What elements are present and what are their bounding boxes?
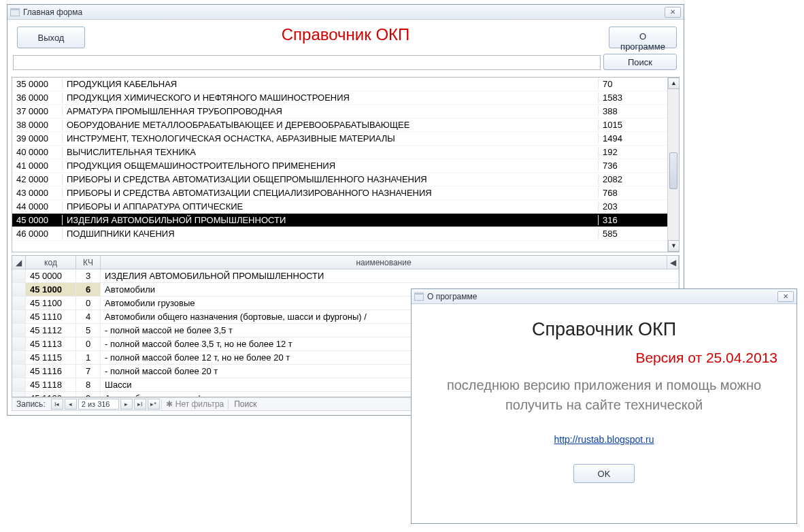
row-marker[interactable] [12, 297, 26, 310]
search-button[interactable]: Поиск [603, 54, 677, 70]
category-name: ПРИБОРЫ И АППАРАТУРА ОПТИЧЕСКИЕ [63, 201, 598, 212]
row-marker[interactable] [12, 378, 26, 391]
category-name: ПРОДУКЦИЯ ОБЩЕМАШИНОСТРОИТЕЛЬНОГО ПРИМЕН… [63, 161, 598, 171]
cell-code: 45 1116 [26, 365, 76, 378]
page-title: Справочник ОКП [10, 25, 681, 44]
cell-kch: 3 [76, 269, 101, 282]
category-list[interactable]: 35 0000ПРОДУКЦИЯ КАБЕЛЬНАЯ7036 0000ПРОДУ… [12, 77, 680, 252]
scroll-down-icon[interactable]: ▼ [668, 240, 680, 252]
about-button[interactable]: О программе [609, 27, 677, 48]
cell-code: 45 1113 [26, 337, 76, 350]
category-row[interactable]: 36 0000ПРОДУКЦИЯ ХИМИЧЕСКОГО И НЕФТЯНОГО… [12, 91, 667, 105]
about-titlebar[interactable]: О программе ✕ [412, 289, 797, 304]
header-name[interactable]: наименование [101, 256, 667, 269]
category-code: 38 0000 [12, 120, 63, 130]
nav-search[interactable] [230, 399, 339, 409]
nav-last-icon[interactable]: ▸I [134, 399, 146, 410]
category-count: 192 [598, 147, 667, 157]
cell-code: 45 1115 [26, 351, 76, 364]
nav-next-icon[interactable]: ▸ [120, 399, 133, 410]
scroll-thumb[interactable] [669, 152, 677, 189]
row-marker[interactable] [12, 392, 26, 397]
form-icon [10, 8, 20, 16]
about-version: Версия от 25.04.2013 [635, 350, 777, 366]
category-name: ПРОДУКЦИЯ КАБЕЛЬНАЯ [63, 79, 598, 89]
row-marker[interactable] [12, 269, 26, 282]
cell-kch: 0 [76, 297, 101, 310]
category-name: ПОДШИПНИКИ КАЧЕНИЯ [63, 229, 598, 239]
row-marker[interactable] [12, 324, 26, 337]
cell-kch: 9 [76, 392, 101, 397]
category-code: 40 0000 [12, 147, 63, 157]
cell-kch: 4 [76, 310, 101, 323]
category-row[interactable]: 42 0000ПРИБОРЫ И СРЕДСТВА АВТОМАТИЗАЦИИ … [12, 173, 667, 186]
row-marker[interactable] [12, 365, 26, 378]
cell-code: 45 1112 [26, 324, 76, 337]
category-count: 736 [598, 161, 667, 171]
category-code: 39 0000 [12, 133, 63, 144]
main-titlebar[interactable]: Главная форма ✕ [7, 5, 684, 20]
cell-code: 45 1110 [26, 310, 76, 323]
category-code: 46 0000 [12, 229, 63, 239]
nav-first-icon[interactable]: I◂ [51, 399, 63, 410]
scroll-up-icon[interactable]: ▲ [668, 78, 680, 89]
category-name: ИНСТРУМЕНТ, ТЕХНОЛОГИЧЕСКАЯ ОСНАСТКА, АБ… [63, 133, 598, 144]
category-count: 203 [598, 201, 667, 212]
scroll-left-icon[interactable]: ◀ [667, 256, 679, 269]
row-marker[interactable] [12, 310, 26, 323]
category-row[interactable]: 44 0000ПРИБОРЫ И АППАРАТУРА ОПТИЧЕСКИЕ20… [12, 200, 667, 214]
category-count: 1583 [598, 93, 667, 103]
grid-header: ◢ код КЧ наименование ◀ [12, 256, 679, 269]
nav-search-input[interactable] [234, 399, 316, 409]
table-row[interactable]: 45 00003ИЗДЕЛИЯ АВТОМОБИЛЬНОЙ ПРОМЫШЛЕНН… [12, 269, 679, 283]
category-name: ПРОДУКЦИЯ ХИМИЧЕСКОГО И НЕФТЯНОГО МАШИНО… [63, 93, 598, 103]
category-code: 44 0000 [12, 201, 63, 212]
cell-kch: 1 [76, 351, 101, 364]
row-marker[interactable] [12, 351, 26, 364]
form-icon [414, 293, 424, 301]
filter-indicator[interactable]: ✱ Нет фильтра [161, 399, 229, 409]
category-count: 1494 [598, 133, 667, 144]
close-icon[interactable]: ✕ [777, 291, 794, 302]
category-row[interactable]: 43 0000ПРИБОРЫ И СРЕДСТВА АВТОМАТИЗАЦИИ … [12, 186, 667, 200]
category-count: 1015 [598, 120, 667, 130]
ok-button[interactable]: OK [573, 464, 635, 483]
category-row[interactable]: 40 0000ВЫЧИСЛИТЕЛЬНАЯ ТЕХНИКА192 [12, 146, 667, 159]
cell-name: ИЗДЕЛИЯ АВТОМОБИЛЬНОЙ ПРОМЫШЛЕННОСТИ [101, 269, 679, 282]
vscrollbar[interactable]: ▲ ▼ [667, 78, 679, 252]
about-link[interactable]: http://rustab.blogspot.ru [554, 434, 654, 445]
svg-rect-3 [414, 293, 424, 295]
search-input[interactable] [13, 55, 601, 70]
category-row[interactable]: 38 0000ОБОРУДОВАНИЕ МЕТАЛЛООБРАБАТЫВАЮЩЕ… [12, 118, 667, 132]
category-row[interactable]: 41 0000ПРОДУКЦИЯ ОБЩЕМАШИНОСТРОИТЕЛЬНОГО… [12, 159, 667, 173]
category-count: 585 [598, 229, 667, 239]
category-name: ПРИБОРЫ И СРЕДСТВА АВТОМАТИЗАЦИИ ОБЩЕПРО… [63, 174, 598, 184]
header-code[interactable]: код [26, 256, 76, 269]
nav-new-icon[interactable]: ▸* [148, 399, 160, 410]
close-icon[interactable]: ✕ [665, 7, 681, 18]
category-row[interactable]: 39 0000ИНСТРУМЕНТ, ТЕХНОЛОГИЧЕСКАЯ ОСНАС… [12, 132, 667, 146]
category-code: 37 0000 [12, 106, 63, 116]
header-kch[interactable]: КЧ [76, 256, 101, 269]
category-count: 2082 [598, 174, 667, 184]
cell-code: 45 1000 [26, 283, 76, 296]
category-row[interactable]: 37 0000АРМАТУРА ПРОМЫШЛЕННАЯ ТРУБОПРОВОД… [12, 105, 667, 118]
category-row[interactable]: 46 0000ПОДШИПНИКИ КАЧЕНИЯ585 [12, 227, 667, 241]
cell-kch: 0 [76, 337, 101, 350]
category-row[interactable]: 45 0000ИЗДЕЛИЯ АВТОМОБИЛЬНОЙ ПРОМЫШЛЕННО… [12, 214, 667, 227]
cell-kch: 8 [76, 378, 101, 391]
category-row[interactable]: 35 0000ПРОДУКЦИЯ КАБЕЛЬНАЯ70 [12, 78, 667, 91]
row-marker-header[interactable]: ◢ [12, 256, 26, 269]
filter-icon: ✱ [166, 399, 173, 409]
row-marker[interactable] [12, 283, 26, 296]
category-name: ОБОРУДОВАНИЕ МЕТАЛЛООБРАБАТЫВАЮЩЕЕ И ДЕР… [63, 120, 598, 130]
svg-rect-1 [10, 8, 20, 10]
record-position[interactable]: 2 из 316 [78, 399, 119, 410]
about-heading: Справочник ОКП [532, 319, 676, 340]
window-title: Главная форма [23, 7, 665, 17]
category-name: ВЫЧИСЛИТЕЛЬНАЯ ТЕХНИКА [63, 147, 598, 157]
cell-kch: 6 [76, 283, 101, 296]
nav-prev-icon[interactable]: ◂ [65, 399, 77, 410]
cell-code: 45 1120 [26, 392, 76, 397]
row-marker[interactable] [12, 337, 26, 350]
